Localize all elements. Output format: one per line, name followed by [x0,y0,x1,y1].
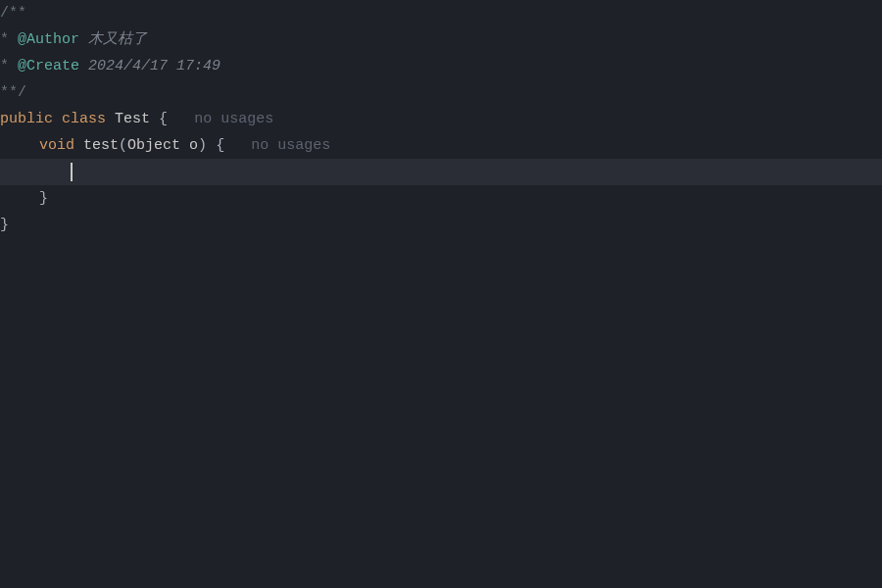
comment-text: /** [0,0,26,26]
param-type: Object [127,132,180,159]
keyword: void [39,132,74,159]
lightbulb-icon[interactable] [9,138,24,154]
inlay-hint[interactable]: no usages [194,106,273,132]
keyword: class [62,106,106,132]
space [224,132,251,159]
code-line[interactable]: /** [0,0,882,26]
keyword: public [0,106,53,132]
brace: } [39,185,48,212]
comment-text: * [0,26,18,53]
paren: ( [119,132,127,159]
code-line[interactable]: **/ [0,79,882,106]
comment-text: 木又枯了 [79,26,147,53]
code-line[interactable]: void test(Object o) { no usages [0,132,882,159]
code-line-current[interactable] [0,159,882,185]
space [106,106,115,132]
space [74,132,83,159]
comment-text: * [0,53,18,79]
javadoc-tag: @Create [18,53,79,79]
code-line[interactable]: } [0,185,882,212]
space [207,132,216,159]
brace: { [159,106,168,132]
text-cursor [71,163,73,181]
code-line[interactable]: public class Test { no usages [0,106,882,132]
brace: { [216,132,224,159]
method-name: test [83,132,119,159]
paren: ) [198,132,207,159]
indent [0,159,71,185]
code-line[interactable]: } [0,212,882,238]
javadoc-tag: @Author [18,26,79,53]
inlay-hint[interactable]: no usages [251,132,330,159]
code-line[interactable]: * @Author 木又枯了 [0,26,882,53]
comment-text: **/ [0,79,26,106]
space [168,106,194,132]
code-line[interactable]: * @Create 2024/4/17 17:49 [0,53,882,79]
brace: } [0,212,9,238]
space [53,106,62,132]
param-name: o [189,132,198,159]
code-editor[interactable]: /** * @Author 木又枯了 * @Create 2024/4/17 1… [0,0,882,588]
space [150,106,159,132]
space [180,132,189,159]
class-name: Test [115,106,150,132]
comment-text: 2024/4/17 17:49 [79,53,220,79]
